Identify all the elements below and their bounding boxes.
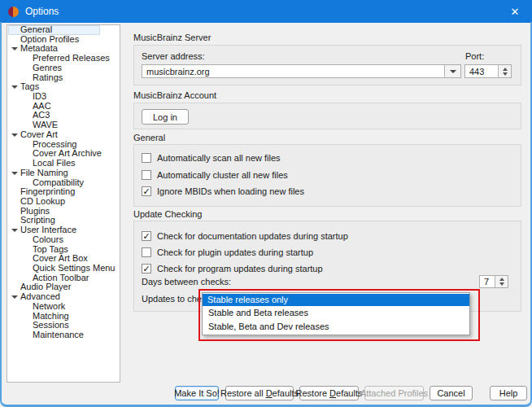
spin-down-icon	[499, 282, 504, 286]
checkbox-unchecked-icon[interactable]	[142, 170, 151, 180]
help-button[interactable]: Help	[490, 386, 527, 400]
sidebar-item-label: Quick Settings Menu	[7, 264, 116, 274]
checkbox-checked-icon[interactable]: ✓	[142, 186, 151, 196]
general-groupbox: Automatically scan all new filesAutomati…	[133, 144, 521, 207]
checkbox-label: Check for plugin updates during startup	[157, 247, 313, 257]
cancel-button[interactable]: Cancel	[430, 386, 473, 400]
sidebar-item-user-interface[interactable]: User Interface	[7, 225, 120, 235]
sidebar-item-colours[interactable]: Colours	[7, 235, 120, 245]
make-it-so-button[interactable]: Make It So!	[175, 386, 219, 400]
checkbox-check-for-plugin-updates-during-startup[interactable]: Check for plugin updates during startup	[142, 247, 313, 258]
sidebar-item-id3[interactable]: ID3	[7, 92, 120, 102]
updates-to-check-dropdown-list[interactable]: Stable releases onlyStable and Beta rele…	[202, 292, 470, 335]
picard-app-icon	[8, 7, 19, 17]
sidebar-item-cd-lookup[interactable]: CD Lookup	[7, 197, 120, 207]
sidebar-item-label: Cover Art	[7, 130, 58, 140]
days-value: 7	[480, 277, 495, 287]
server-section-title: MusicBrainz Server	[133, 33, 211, 42]
combo-dropdown-button[interactable]	[444, 65, 460, 77]
port-spinbox[interactable]: 443	[464, 64, 512, 78]
close-icon[interactable]: ✕	[498, 0, 532, 23]
sidebar-item-aac[interactable]: AAC	[7, 102, 120, 112]
dropdown-option-stable-beta-and-dev-releases[interactable]: Stable, Beta and Dev releases	[203, 320, 469, 334]
log-in-button[interactable]: Log in	[142, 109, 189, 125]
sidebar-item-label: General	[7, 25, 52, 35]
spin-up-icon	[503, 68, 508, 71]
checkbox-ignore-mbids-when-loading-new-files[interactable]: ✓Ignore MBIDs when loading new files	[142, 186, 304, 197]
checkbox-label: Check for documentation updates during s…	[157, 231, 348, 241]
options-dialog: Options ✕ GeneralOption ProfilesMetadata…	[0, 0, 532, 407]
checkbox-unchecked-icon[interactable]	[142, 247, 151, 257]
sidebar-item-general[interactable]: General	[7, 25, 120, 35]
update-checking-section-title: Update Checking	[133, 209, 202, 219]
checkbox-label: Automatically scan all new files	[157, 153, 281, 163]
account-section-title: MusicBrainz Account	[133, 90, 216, 100]
server-address-combobox[interactable]: musicbrainz.org	[142, 64, 461, 78]
sidebar-item-cover-art[interactable]: Cover Art	[7, 130, 120, 140]
server-address-label: Server address:	[142, 51, 205, 61]
restore-all-defaults-button[interactable]: Restore all Defaults	[225, 386, 294, 400]
sidebar-item-label: Colours	[7, 235, 63, 245]
days-between-checks-label: Days between checks:	[142, 277, 231, 287]
titlebar: Options ✕	[0, 0, 532, 23]
spin-buttons[interactable]	[498, 65, 511, 77]
checkbox-label: Ignore MBIDs when loading new files	[157, 186, 304, 196]
window-title: Options	[25, 6, 59, 17]
sidebar-item-maintenance[interactable]: Maintenance	[7, 330, 120, 340]
port-label: Port:	[465, 51, 484, 61]
checkbox-checked-icon[interactable]: ✓	[142, 264, 151, 274]
port-value: 443	[465, 67, 498, 77]
sidebar-item-label: CD Lookup	[7, 197, 65, 207]
checkbox-label: Automatically cluster all new files	[157, 170, 288, 180]
checkbox-check-for-program-updates-during-startup[interactable]: ✓Check for program updates during startu…	[142, 263, 323, 274]
account-groupbox: Log in	[133, 103, 521, 129]
checkbox-automatically-cluster-all-new-files[interactable]: Automatically cluster all new files	[142, 169, 288, 181]
checkbox-check-for-documentation-updates-during-startup[interactable]: ✓Check for documentation updates during …	[142, 230, 348, 242]
checkbox-automatically-scan-all-new-files[interactable]: Automatically scan all new files	[142, 152, 281, 164]
log-in-label: Log in	[153, 112, 177, 122]
sidebar-item-quick-settings-menu[interactable]: Quick Settings Menu	[7, 264, 120, 274]
sidebar-tree[interactable]: GeneralOption ProfilesMetadataPreferred …	[7, 24, 120, 383]
spin-down-icon	[503, 72, 508, 76]
general-section-title: General	[133, 133, 165, 142]
checkbox-label: Check for program updates during startup	[157, 264, 323, 274]
server-address-value: musicbrainz.org	[142, 67, 444, 77]
sidebar-item-label: Network	[7, 302, 65, 312]
sidebar-item-tags[interactable]: Tags	[7, 82, 120, 92]
checkbox-unchecked-icon[interactable]	[142, 153, 151, 163]
sidebar-item-network[interactable]: Network	[7, 302, 120, 312]
attached-profiles-button: Attached Profiles	[364, 386, 424, 400]
chevron-down-icon	[450, 70, 456, 73]
sidebar-item-genres[interactable]: Genres	[7, 63, 120, 73]
days-between-checks-spinbox[interactable]: 7	[479, 275, 508, 288]
dropdown-option-stable-and-beta-releases[interactable]: Stable and Beta releases	[203, 306, 469, 320]
server-groupbox: Server address: musicbrainz.org Port: 44…	[133, 45, 521, 85]
restore-defaults-button[interactable]: Restore Defaults	[299, 386, 359, 400]
make-it-so-label: Make It So!	[174, 388, 220, 398]
checkbox-checked-icon[interactable]: ✓	[142, 231, 151, 241]
sidebar-item-label: ID3	[7, 92, 46, 102]
spin-buttons[interactable]	[495, 276, 508, 287]
sidebar-item-label: Genres	[7, 63, 62, 73]
sidebar-item-label: Maintenance	[7, 330, 84, 340]
check-mark-icon: ✓	[142, 265, 150, 273]
dropdown-option-stable-releases-only[interactable]: Stable releases only	[203, 294, 469, 306]
sidebar-item-label: File Naming	[7, 168, 68, 178]
sidebar-item-preferred-releases[interactable]: Preferred Releases	[7, 54, 120, 63]
check-mark-icon: ✓	[142, 187, 150, 195]
sidebar-item-file-naming[interactable]: File Naming	[7, 168, 120, 178]
spin-up-icon	[499, 278, 504, 281]
sidebar-item-ac3[interactable]: AC3	[7, 111, 120, 120]
check-mark-icon: ✓	[142, 232, 150, 240]
